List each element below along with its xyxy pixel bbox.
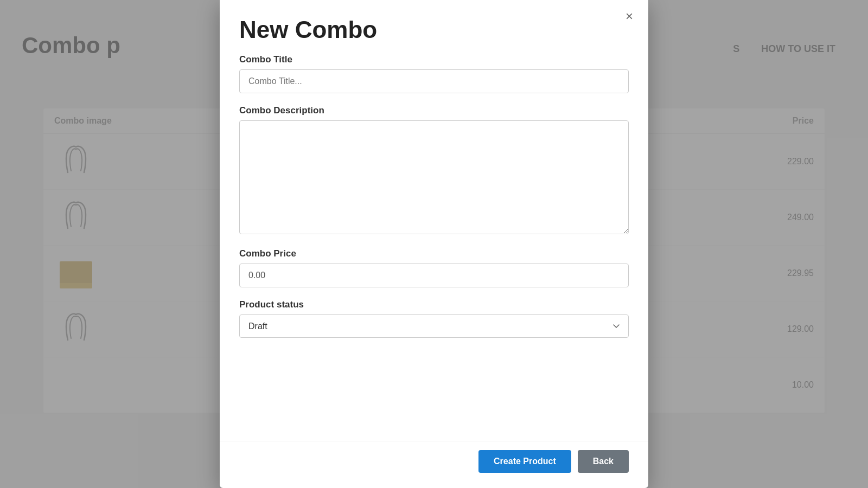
modal-title: New Combo [239, 16, 629, 43]
combo-description-textarea[interactable] [239, 120, 629, 234]
combo-price-input[interactable] [239, 264, 629, 287]
combo-title-input[interactable] [239, 69, 629, 93]
product-status-select[interactable]: Draft Active Archived [239, 314, 629, 338]
new-combo-modal: New Combo × Combo Title Combo Descriptio… [220, 0, 648, 488]
product-status-group: Product status Draft Active Archived [239, 299, 629, 338]
combo-description-label: Combo Description [239, 105, 629, 116]
combo-description-group: Combo Description [239, 105, 629, 236]
modal-close-button[interactable]: × [621, 8, 637, 25]
modal-footer: Create Product Back [220, 441, 648, 488]
modal-body: Combo Title Combo Description Combo Pric… [220, 49, 648, 441]
combo-title-group: Combo Title [239, 54, 629, 93]
modal-header: New Combo × [220, 0, 648, 49]
combo-title-label: Combo Title [239, 54, 629, 65]
back-button[interactable]: Back [578, 450, 629, 473]
combo-price-group: Combo Price [239, 248, 629, 287]
create-product-button[interactable]: Create Product [478, 450, 571, 473]
combo-price-label: Combo Price [239, 248, 629, 259]
product-status-label: Product status [239, 299, 629, 310]
